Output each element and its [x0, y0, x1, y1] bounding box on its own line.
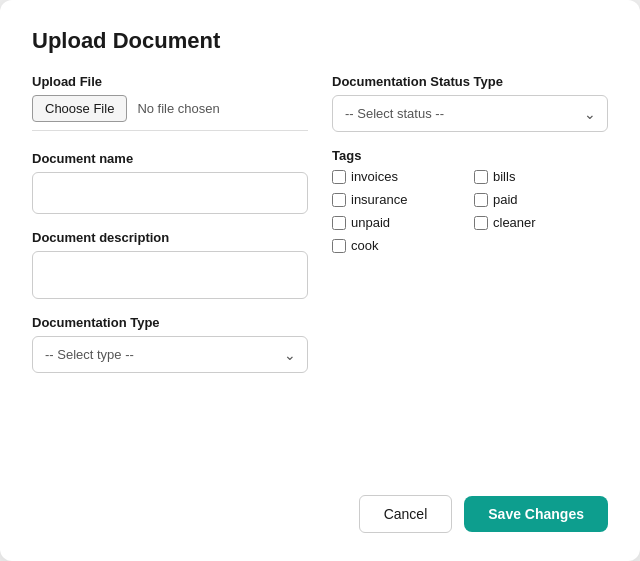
documentation-status-label: Documentation Status Type	[332, 74, 608, 89]
documentation-type-select[interactable]: -- Select type --	[32, 336, 308, 373]
tag-cook-label: cook	[351, 238, 378, 253]
tag-insurance-label: insurance	[351, 192, 407, 207]
upload-document-dialog: Upload Document Upload File Choose File …	[0, 0, 640, 561]
document-name-group: Document name	[32, 151, 308, 214]
tag-paid[interactable]: paid	[474, 192, 608, 207]
footer-row: Cancel Save Changes	[32, 471, 608, 533]
tag-paid-label: paid	[493, 192, 518, 207]
tag-insurance-checkbox[interactable]	[332, 193, 346, 207]
upload-file-label: Upload File	[32, 74, 308, 89]
file-upload-row: Choose File No file chosen	[32, 95, 308, 122]
dialog-title: Upload Document	[32, 28, 608, 54]
documentation-status-wrapper: -- Select status -- ⌄	[332, 95, 608, 132]
documentation-type-label: Documentation Type	[32, 315, 308, 330]
tag-cook-checkbox[interactable]	[332, 239, 346, 253]
documentation-status-select[interactable]: -- Select status --	[332, 95, 608, 132]
tag-paid-checkbox[interactable]	[474, 193, 488, 207]
form-right-column: Documentation Status Type -- Select stat…	[332, 74, 608, 373]
tag-bills-checkbox[interactable]	[474, 170, 488, 184]
document-description-label: Document description	[32, 230, 308, 245]
upload-file-group: Upload File Choose File No file chosen	[32, 74, 308, 131]
tag-insurance[interactable]: insurance	[332, 192, 466, 207]
tag-bills[interactable]: bills	[474, 169, 608, 184]
tags-grid: invoices bills insurance paid	[332, 169, 608, 253]
tag-unpaid-label: unpaid	[351, 215, 390, 230]
tag-cleaner[interactable]: cleaner	[474, 215, 608, 230]
choose-file-button[interactable]: Choose File	[32, 95, 127, 122]
tag-invoices-checkbox[interactable]	[332, 170, 346, 184]
tag-bills-label: bills	[493, 169, 515, 184]
document-name-label: Document name	[32, 151, 308, 166]
tag-invoices-label: invoices	[351, 169, 398, 184]
tag-unpaid-checkbox[interactable]	[332, 216, 346, 230]
tags-group: Tags invoices bills insurance	[332, 144, 608, 253]
tag-cleaner-label: cleaner	[493, 215, 536, 230]
document-description-input[interactable]	[32, 251, 308, 299]
no-file-text: No file chosen	[137, 101, 219, 116]
tag-invoices[interactable]: invoices	[332, 169, 466, 184]
tag-cleaner-checkbox[interactable]	[474, 216, 488, 230]
save-changes-button[interactable]: Save Changes	[464, 496, 608, 532]
document-description-group: Document description	[32, 230, 308, 299]
cancel-button[interactable]: Cancel	[359, 495, 453, 533]
form-left-column: Upload File Choose File No file chosen D…	[32, 74, 308, 373]
document-name-input[interactable]	[32, 172, 308, 214]
form-row: Upload File Choose File No file chosen D…	[32, 74, 608, 373]
tag-unpaid[interactable]: unpaid	[332, 215, 466, 230]
tag-cook[interactable]: cook	[332, 238, 466, 253]
tags-label: Tags	[332, 148, 608, 163]
documentation-status-group: Documentation Status Type -- Select stat…	[332, 74, 608, 132]
documentation-type-group: Documentation Type -- Select type -- ⌄	[32, 315, 308, 373]
documentation-type-wrapper: -- Select type -- ⌄	[32, 336, 308, 373]
